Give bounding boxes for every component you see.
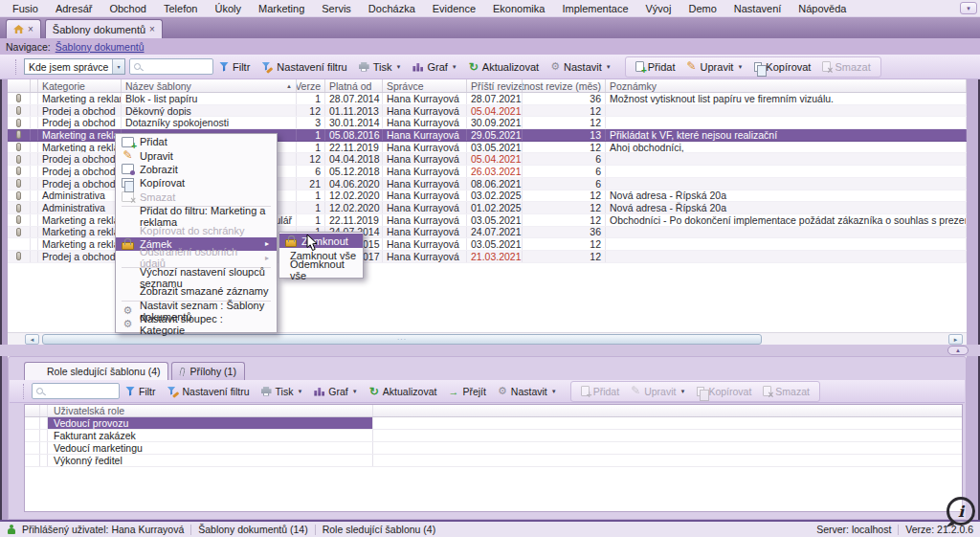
- menu-item[interactable]: Demo: [679, 3, 724, 14]
- record-actions-group: Přidat ▼ Upravit ▼ Kopírovat ▼ Smazat ▼: [625, 56, 881, 78]
- menu-item[interactable]: Úkoly: [206, 3, 250, 14]
- header-attachment-col[interactable]: [8, 79, 31, 92]
- toolbar-grip: [15, 59, 20, 75]
- context-menu-item[interactable]: Odstranění osobních údajů ▸: [116, 251, 277, 264]
- close-icon[interactable]: ×: [28, 25, 33, 34]
- refresh-button[interactable]: Aktualizovat ▼: [364, 382, 443, 401]
- submenu-item[interactable]: Zamknout: [279, 234, 363, 248]
- header-nazev-sablony[interactable]: Název šablony ▲: [122, 79, 297, 92]
- tab-bar: × Šablony dokumentů ×: [0, 17, 980, 38]
- print-button[interactable]: Tisk ▼: [353, 57, 408, 77]
- cell-role: Fakturant zakázek: [48, 430, 373, 441]
- chart-button[interactable]: Graf ▼: [308, 382, 363, 401]
- cell-platna-od: 05.08.2016: [325, 129, 383, 141]
- context-menu-item[interactable]: Přidat do filtru: Marketing a reklama ▸: [116, 210, 277, 223]
- header-pristi-revize[interactable]: Příští revize: [467, 79, 523, 92]
- add-button[interactable]: Přidat ▼: [575, 382, 625, 401]
- menu-item[interactable]: Obchod: [100, 3, 155, 14]
- cell-spravce: Hana Kurrayová: [383, 227, 467, 238]
- context-menu-item[interactable]: Zobrazit ▸: [116, 163, 277, 176]
- role-row[interactable]: Vedoucí provozu: [25, 417, 962, 430]
- Děkovný dopis[interactable]: Prodej a obchod Děkovný dopis 12 01.11.2…: [8, 105, 967, 118]
- settings-button[interactable]: Nastavit ▼: [545, 57, 617, 77]
- search-input[interactable]: [32, 383, 120, 399]
- chart-button[interactable]: Graf ▼: [407, 57, 462, 77]
- info-icon[interactable]: i: [947, 497, 975, 526]
- context-menu-item[interactable]: Nastavit sloupec : Kategorie ▸: [116, 318, 277, 331]
- menu-item[interactable]: Vývoj: [637, 3, 680, 14]
- scope-combobox[interactable]: Kde jsem správce ▾: [24, 58, 125, 75]
- chevron-down-icon: ▼: [352, 389, 358, 394]
- menu-item[interactable]: Nastavení: [725, 3, 791, 14]
- edit-button[interactable]: Upravit ▼: [680, 57, 748, 77]
- cell-poznamky: [606, 238, 967, 250]
- role-row[interactable]: Fakturant zakázek: [25, 430, 962, 442]
- breadcrumb-link[interactable]: Šablony dokumentů: [56, 41, 145, 53]
- menu-item[interactable]: Implementace: [553, 3, 636, 14]
- cell-poznamky: [606, 117, 967, 128]
- copy-button[interactable]: Kopírovat ▼: [691, 382, 757, 401]
- Blok - list papíru[interactable]: Marketing a reklama Blok - list papíru 1…: [8, 93, 967, 105]
- cell-cetnost: 12: [523, 251, 606, 262]
- detail-tab[interactable]: Role sledující šablonu (4): [24, 362, 168, 380]
- view-icon: [122, 164, 134, 174]
- cell-verze: 21: [297, 178, 325, 190]
- menu-item[interactable]: Evidence: [424, 3, 484, 14]
- filter-icon: [125, 387, 135, 396]
- delete-button[interactable]: Smazat ▼: [816, 57, 876, 77]
- add-button[interactable]: Přidat ▼: [630, 57, 681, 77]
- delete-button[interactable]: Smazat ▼: [757, 382, 815, 401]
- menu-item[interactable]: Fusio: [4, 3, 47, 14]
- header-platna-od[interactable]: Platná od: [325, 79, 383, 92]
- scroll-right-icon[interactable]: ▸: [948, 334, 963, 345]
- role-row[interactable]: Vedoucí marketingu: [25, 442, 962, 455]
- menu-item[interactable]: Marketing: [250, 3, 313, 14]
- header-kategorie[interactable]: Kategorie: [38, 79, 122, 92]
- filter-settings-button[interactable]: Nastavení filtru ▼: [256, 57, 352, 77]
- menu-item[interactable]: Servis: [313, 3, 360, 14]
- context-menu-item[interactable]: Kopírovat ▸: [116, 176, 277, 190]
- copy-button[interactable]: Kopírovat ▼: [748, 57, 816, 77]
- goto-button[interactable]: Přejít ▼: [442, 382, 492, 401]
- context-menu-item[interactable]: Výchozí nastavení sloupců seznamu ▸: [116, 271, 277, 284]
- filter-button[interactable]: Filtr ▼: [120, 382, 162, 401]
- collapse-panel-icon[interactable]: ▲: [947, 346, 969, 355]
- cell-platna-od: 04.06.2020: [325, 178, 383, 190]
- header-cetnost-revize[interactable]: Četnost revize (měs): [523, 79, 606, 92]
- filter-settings-button[interactable]: Nastavení filtru ▼: [162, 382, 256, 401]
- context-menu-item[interactable]: Zobrazit smazané záznamy ▸: [116, 284, 277, 298]
- context-menu-item[interactable]: Přidat ▸: [116, 135, 277, 148]
- chevron-down-icon: ▼: [551, 389, 557, 394]
- role-row[interactable]: Výkonný ředitel: [25, 455, 962, 467]
- header-poznamky[interactable]: Poznámky: [606, 79, 967, 92]
- scroll-left-icon[interactable]: ◂: [25, 334, 39, 345]
- menu-item[interactable]: Ekonomika: [484, 3, 553, 14]
- header-verze[interactable]: Verze: [297, 79, 325, 92]
- header-uzivatelska-role[interactable]: Uživatelská role: [48, 405, 373, 416]
- filter-button[interactable]: Filtr ▼: [213, 57, 256, 77]
- refresh-button[interactable]: Aktualizovat ▼: [463, 57, 545, 77]
- cell-platna-od: 01.11.2013: [325, 105, 383, 117]
- context-menu-item[interactable]: Upravit ▸: [116, 148, 277, 162]
- print-button[interactable]: Tisk ▼: [256, 382, 309, 401]
- menu-item[interactable]: Docházka: [360, 3, 424, 14]
- edit-button[interactable]: Upravit ▼: [625, 382, 691, 401]
- chevron-down-icon[interactable]: ▾: [960, 2, 977, 14]
- menu-item[interactable]: Adresář: [47, 3, 101, 14]
- context-menu-item[interactable]: Smazat ▸: [116, 190, 277, 204]
- breadcrumb-label: Navigace:: [6, 41, 51, 53]
- detail-tab[interactable]: Přílohy (1): [171, 362, 244, 380]
- tab-sablony-dokumentu[interactable]: Šablony dokumentů ×: [45, 19, 163, 38]
- submenu-item[interactable]: Odemknout vše: [279, 262, 363, 277]
- close-icon[interactable]: ×: [149, 25, 155, 34]
- search-input[interactable]: [129, 58, 213, 75]
- Dotazníky spokojenosti[interactable]: Prodej a obchod Dotazníky spokojenosti 3…: [8, 117, 967, 129]
- chevron-down-icon[interactable]: ▾: [112, 59, 124, 74]
- filter-settings-icon: [167, 387, 179, 396]
- header-spravce[interactable]: Správce: [383, 79, 467, 92]
- settings-button[interactable]: Nastavit ▼: [492, 382, 563, 401]
- menu-item[interactable]: Nápověda: [790, 3, 855, 14]
- panel-splitter[interactable]: ▲: [0, 345, 980, 356]
- menu-item[interactable]: Telefon: [155, 3, 206, 14]
- tab-home[interactable]: ×: [6, 19, 41, 38]
